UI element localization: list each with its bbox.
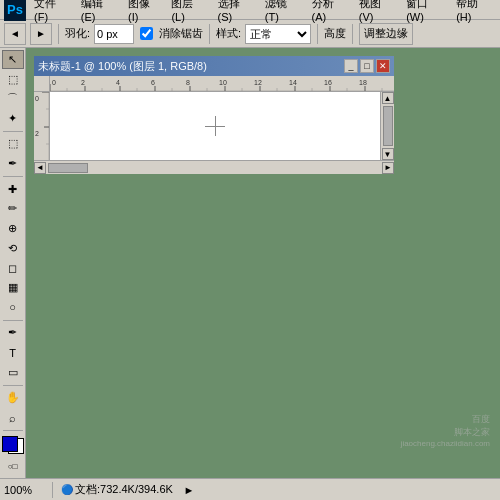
watermark-line2: 脚本之家: [401, 426, 490, 439]
doc-maximize-button[interactable]: □: [360, 59, 374, 73]
ps-logo: Ps: [4, 0, 26, 21]
svg-text:14: 14: [289, 79, 297, 86]
style-label: 样式:: [216, 26, 241, 41]
menu-layer[interactable]: 图层(L): [165, 0, 209, 24]
main-area: ↖ ⬚ ⌒ ✦ ⬚ ✒ ✚ ✏ ⊕ ⟲ ◻ ▦ ○ ✒ T ▭ ✋ ⌕ ○□: [0, 48, 500, 478]
status-icon: 🔵: [61, 484, 73, 495]
tool-separator-2: [3, 176, 23, 177]
svg-text:2: 2: [81, 79, 85, 86]
back-button[interactable]: ◄: [4, 23, 26, 45]
svg-text:0: 0: [52, 79, 56, 86]
foreground-color[interactable]: [2, 436, 18, 452]
svg-text:12: 12: [254, 79, 262, 86]
tool-gradient[interactable]: ▦: [2, 278, 24, 297]
style-select[interactable]: 正常 固定比例 固定大小: [245, 24, 311, 44]
doc-minimize-button[interactable]: _: [344, 59, 358, 73]
doc-close-button[interactable]: ✕: [376, 59, 390, 73]
antialias-checkbox[interactable]: [140, 27, 153, 40]
svg-text:16: 16: [324, 79, 332, 86]
horizontal-ruler: 0 2 4 6 8 10 12 14: [50, 76, 394, 92]
svg-text:8: 8: [186, 79, 190, 86]
svg-text:0: 0: [35, 95, 39, 102]
feather-label: 羽化:: [65, 26, 90, 41]
tool-text[interactable]: T: [2, 343, 24, 362]
quick-mask[interactable]: ○□: [2, 457, 24, 476]
tool-separator-3: [3, 320, 23, 321]
tool-zoom[interactable]: ⌕: [2, 408, 24, 427]
canvas-area: 未标题-1 @ 100% (图层 1, RGB/8) _ □ ✕ 0: [26, 48, 500, 478]
tool-magic-wand[interactable]: ✦: [2, 109, 24, 128]
scroll-thumb-h[interactable]: [48, 163, 88, 173]
ruler-row: 0 2 4 6 8 10 12 14: [34, 76, 394, 92]
zoom-level: 100%: [4, 484, 44, 496]
svg-text:10: 10: [219, 79, 227, 86]
status-doc-info: 文档:732.4K/394.6K: [75, 482, 173, 497]
horizontal-scrollbar[interactable]: ◄ ►: [34, 160, 394, 174]
menu-window[interactable]: 窗口(W): [400, 0, 448, 24]
tool-history[interactable]: ⟲: [2, 239, 24, 258]
tool-separator-4: [3, 385, 23, 386]
toolbar-separator-4: [352, 24, 353, 44]
watermark-line1: 百度: [401, 413, 490, 426]
menu-help[interactable]: 帮助(H): [450, 0, 496, 24]
adjust-edge-button[interactable]: 调整边缘: [359, 23, 413, 45]
tool-dodge[interactable]: ○: [2, 298, 24, 317]
status-arrow-button[interactable]: ►: [181, 482, 197, 498]
doc-controls: _ □ ✕: [344, 59, 390, 73]
tool-eyedropper[interactable]: ✒: [2, 154, 24, 173]
menu-edit[interactable]: 编辑(E): [75, 0, 120, 24]
status-info-area: 🔵 文档:732.4K/394.6K: [61, 482, 173, 497]
status-separator-1: [52, 482, 53, 498]
tool-healing[interactable]: ✚: [2, 180, 24, 199]
doc-titlebar: 未标题-1 @ 100% (图层 1, RGB/8) _ □ ✕: [34, 56, 394, 76]
scroll-left-button[interactable]: ◄: [34, 162, 46, 174]
watermark: 百度 脚本之家 jiaocheng.chaziidian.com: [401, 413, 490, 448]
antialias-label: 消除锯齿: [159, 26, 203, 41]
tools-panel: ↖ ⬚ ⌒ ✦ ⬚ ✒ ✚ ✏ ⊕ ⟲ ◻ ▦ ○ ✒ T ▭ ✋ ⌕ ○□: [0, 48, 26, 478]
tool-crop[interactable]: ⬚: [2, 135, 24, 154]
tool-move[interactable]: ↖: [2, 50, 24, 69]
ruler-corner: [34, 76, 50, 92]
vertical-scrollbar[interactable]: ▲ ▼: [380, 92, 394, 160]
menu-filter[interactable]: 滤镜(T): [259, 0, 304, 24]
toolbar: ◄ ► 羽化: 消除锯齿 样式: 正常 固定比例 固定大小 高度 调整边缘: [0, 20, 500, 48]
vertical-ruler: 0 2 4 6 8 10 12 14: [34, 92, 50, 160]
menu-image[interactable]: 图像(I): [122, 0, 163, 24]
toolbar-separator-1: [58, 24, 59, 44]
tool-separator-5: [3, 430, 23, 431]
scroll-right-button[interactable]: ►: [382, 162, 394, 174]
tool-marquee[interactable]: ⬚: [2, 70, 24, 89]
document-window: 未标题-1 @ 100% (图层 1, RGB/8) _ □ ✕ 0: [34, 56, 394, 174]
menu-analysis[interactable]: 分析(A): [306, 0, 351, 24]
statusbar: 100% 🔵 文档:732.4K/394.6K ►: [0, 478, 500, 500]
doc-title: 未标题-1 @ 100% (图层 1, RGB/8): [38, 59, 207, 74]
color-swatches[interactable]: [2, 436, 24, 454]
menubar: Ps 文件(F) 编辑(E) 图像(I) 图层(L) 选择(S) 滤镜(T) 分…: [0, 0, 500, 20]
svg-text:6: 6: [151, 79, 155, 86]
menu-file[interactable]: 文件(F): [28, 0, 73, 24]
scroll-up-button[interactable]: ▲: [382, 92, 394, 104]
feather-input[interactable]: [94, 24, 134, 44]
forward-button[interactable]: ►: [30, 23, 52, 45]
canvas-content-row: 0 2 4 6 8 10 12 14: [34, 92, 394, 160]
tool-brush[interactable]: ✏: [2, 200, 24, 219]
tool-lasso[interactable]: ⌒: [2, 89, 24, 108]
tool-clone[interactable]: ⊕: [2, 219, 24, 238]
tool-shape[interactable]: ▭: [2, 363, 24, 382]
svg-text:2: 2: [35, 130, 39, 137]
altitude-label: 高度: [324, 26, 346, 41]
menu-view[interactable]: 视图(V): [353, 0, 398, 24]
canvas-surface[interactable]: [50, 92, 380, 160]
tool-separator-1: [3, 131, 23, 132]
toolbar-separator-2: [209, 24, 210, 44]
tool-eraser[interactable]: ◻: [2, 259, 24, 278]
scroll-thumb-v[interactable]: [383, 106, 393, 146]
tool-hand[interactable]: ✋: [2, 389, 24, 408]
svg-text:4: 4: [116, 79, 120, 86]
tool-pen[interactable]: ✒: [2, 324, 24, 343]
menu-select[interactable]: 选择(S): [212, 0, 257, 24]
watermark-line3: jiaocheng.chaziidian.com: [401, 439, 490, 448]
crosshair-cursor: [205, 116, 225, 136]
toolbar-separator-3: [317, 24, 318, 44]
scroll-down-button[interactable]: ▼: [382, 148, 394, 160]
